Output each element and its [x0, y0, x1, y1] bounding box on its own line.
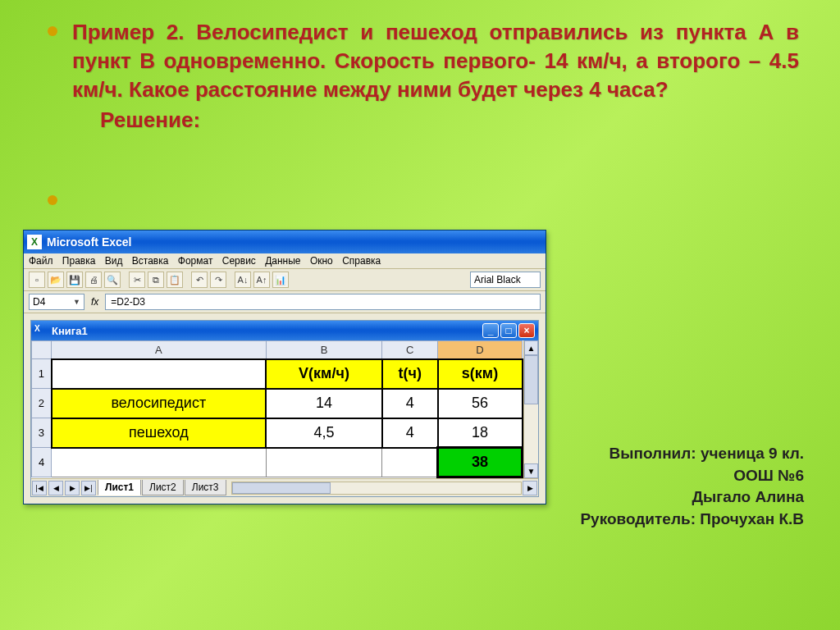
excel-window: X Microsoft Excel Файл Правка Вид Вставк… [23, 230, 546, 504]
formula-input[interactable]: =D2-D3 [105, 294, 541, 310]
col-header-D[interactable]: D [438, 341, 523, 359]
cell-result[interactable]: 38 [438, 448, 523, 477]
scroll-thumb[interactable] [232, 482, 331, 494]
credits-line: Выполнил: ученица 9 кл. [541, 443, 804, 465]
sheet-tab[interactable]: Лист1 [98, 480, 141, 495]
sort-asc-icon[interactable]: A↓ [235, 272, 251, 288]
sheet-tab[interactable]: Лист2 [142, 480, 184, 495]
close-button[interactable]: × [518, 323, 535, 338]
open-icon[interactable]: 📂 [48, 272, 64, 288]
tab-nav-first-icon[interactable]: |◀ [32, 481, 47, 495]
excel-icon: X [27, 235, 42, 249]
cell[interactable] [266, 448, 382, 477]
cell[interactable]: V(км/ч) [266, 359, 382, 389]
sheet-tabstrip: |◀ ◀ ▶ ▶| Лист1 Лист2 Лист3 ▶ [31, 478, 538, 496]
tab-nav-last-icon[interactable]: ▶| [81, 481, 96, 495]
credits-line: Руководитель: Прочухан К.В [541, 509, 804, 531]
row-header[interactable]: 4 [32, 448, 52, 477]
cell[interactable] [52, 448, 267, 477]
vertical-scrollbar[interactable]: ▲ ▼ [523, 340, 538, 478]
sort-desc-icon[interactable]: A↑ [253, 272, 270, 288]
save-icon[interactable]: 💾 [66, 272, 83, 288]
bullet-dot [48, 195, 57, 205]
row-header[interactable]: 1 [32, 359, 52, 389]
menu-view[interactable]: Вид [105, 255, 123, 267]
spreadsheet-grid[interactable]: A B C D 1 V(км/ч) t(ч) s(км) 2 вело [31, 340, 523, 478]
col-header-B[interactable]: B [266, 341, 382, 359]
menu-file[interactable]: Файл [29, 255, 53, 267]
menu-format[interactable]: Формат [178, 255, 213, 267]
solution-label: Решение: [100, 107, 799, 133]
cell[interactable]: 56 [438, 389, 523, 418]
tab-nav-next-icon[interactable]: ▶ [65, 481, 80, 495]
menu-help[interactable]: Справка [342, 255, 381, 267]
excel-icon: X [34, 324, 48, 337]
cell[interactable]: 4 [382, 418, 438, 448]
print-icon[interactable]: 🖨 [85, 272, 102, 288]
credits-line: ООШ №6 [541, 465, 804, 487]
select-all-corner[interactable] [32, 341, 52, 359]
scroll-right-icon[interactable]: ▶ [523, 481, 537, 495]
cell[interactable]: t(ч) [382, 359, 438, 389]
new-icon[interactable]: ▫ [29, 272, 45, 288]
credits-line: Дыгало Алина [541, 486, 804, 509]
app-title: Microsoft Excel [47, 235, 131, 249]
cell[interactable] [382, 448, 438, 477]
app-titlebar[interactable]: X Microsoft Excel [24, 231, 546, 253]
chart-icon[interactable]: 📊 [272, 272, 289, 288]
chevron-down-icon[interactable]: ▼ [73, 298, 80, 306]
workbook-titlebar[interactable]: X Книга1 _ □ × [31, 321, 538, 340]
menu-data[interactable]: Данные [265, 255, 300, 267]
sheet-tab[interactable]: Лист3 [185, 480, 226, 495]
row-header[interactable]: 3 [32, 418, 52, 448]
cell[interactable]: велосипедист [52, 389, 267, 418]
menu-bar: Файл Правка Вид Вставка Формат Сервис Да… [24, 253, 546, 269]
col-header-A[interactable]: A [52, 341, 267, 359]
cell[interactable]: s(км) [438, 359, 523, 389]
cell[interactable] [52, 359, 267, 389]
cell[interactable]: 18 [438, 418, 523, 448]
maximize-button[interactable]: □ [500, 323, 517, 338]
preview-icon[interactable]: 🔍 [104, 272, 121, 288]
name-box[interactable]: D4 ▼ [29, 294, 84, 310]
cell[interactable]: 4,5 [266, 418, 382, 448]
paste-icon[interactable]: 📋 [167, 272, 183, 288]
redo-icon[interactable]: ↷ [210, 272, 226, 288]
tab-nav-prev-icon[interactable]: ◀ [48, 481, 63, 495]
col-header-C[interactable]: C [382, 341, 438, 359]
cell[interactable]: 14 [266, 389, 382, 418]
workbook-window: X Книга1 _ □ × A B C D [30, 320, 539, 497]
undo-icon[interactable]: ↶ [191, 272, 208, 288]
toolbar: ▫ 📂 💾 🖨 🔍 ✂ ⧉ 📋 ↶ ↷ A↓ A↑ 📊 Arial Black [24, 269, 546, 291]
menu-edit[interactable]: Правка [62, 255, 96, 267]
formula-bar: D4 ▼ fx =D2-D3 [24, 291, 546, 313]
cut-icon[interactable]: ✂ [129, 272, 145, 288]
scroll-thumb[interactable] [524, 355, 538, 404]
credits-block: Выполнил: ученица 9 кл. ООШ №6 Дыгало Ал… [541, 443, 804, 530]
row-header[interactable]: 2 [32, 389, 52, 418]
menu-insert[interactable]: Вставка [132, 255, 169, 267]
minimize-button[interactable]: _ [482, 323, 499, 338]
copy-icon[interactable]: ⧉ [148, 272, 164, 288]
scroll-up-icon[interactable]: ▲ [524, 340, 538, 355]
scroll-down-icon[interactable]: ▼ [524, 463, 538, 478]
menu-window[interactable]: Окно [310, 255, 333, 267]
cell[interactable]: пешеход [52, 418, 267, 448]
font-selector[interactable]: Arial Black [470, 272, 541, 288]
workbook-title: Книга1 [52, 325, 88, 337]
horizontal-scrollbar[interactable] [231, 482, 522, 495]
bullet-dot [48, 26, 57, 36]
cell[interactable]: 4 [382, 389, 438, 418]
menu-tools[interactable]: Сервис [222, 255, 256, 267]
problem-text: Пример 2. Велосипедист и пешеход отправи… [72, 18, 799, 104]
fx-label[interactable]: fx [91, 296, 98, 308]
